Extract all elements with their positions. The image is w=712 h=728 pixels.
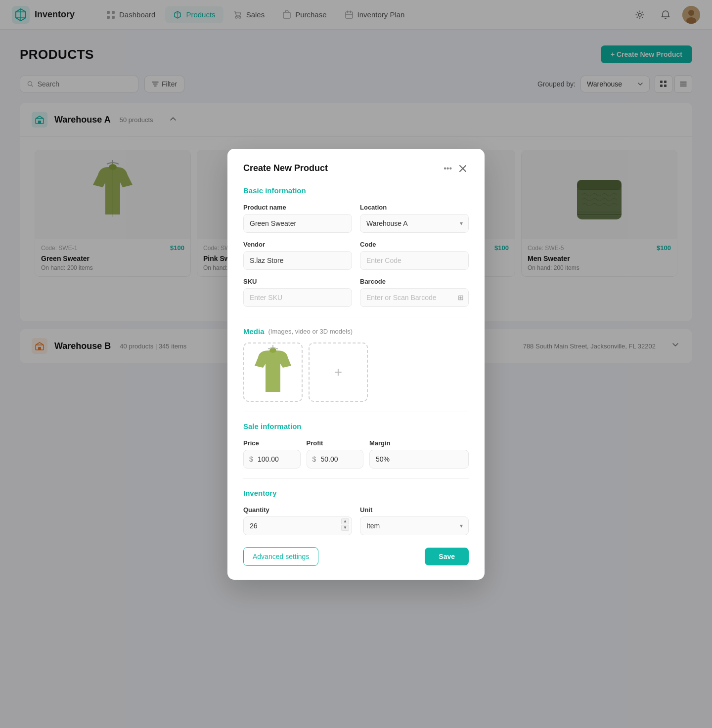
vendor-input[interactable] — [243, 251, 352, 270]
vendor-label: Vendor — [243, 241, 352, 248]
product-name-group: Product name — [243, 204, 352, 233]
modal-close-button[interactable] — [457, 163, 469, 174]
location-group: Location Warehouse A Warehouse B — [360, 204, 469, 233]
modal-header: Create New Product ••• — [243, 163, 469, 174]
divider-media — [243, 317, 469, 317]
code-group: Code — [360, 241, 469, 270]
vendor-group: Vendor — [243, 241, 352, 270]
sku-input[interactable] — [243, 288, 352, 307]
form-row-name-location: Product name Location Warehouse A Wareho… — [243, 204, 469, 233]
modal-header-actions: ••• — [444, 163, 469, 174]
basic-info-section-title: Basic information — [243, 186, 469, 195]
product-name-input[interactable] — [243, 214, 352, 233]
form-row-sku-barcode: SKU Barcode ⊞ — [243, 278, 469, 307]
media-grid: + — [243, 343, 469, 387]
location-select-wrapper: Warehouse A Warehouse B — [360, 214, 469, 233]
code-label: Code — [360, 241, 469, 248]
modal-title: Create New Product — [243, 163, 328, 173]
close-icon — [459, 165, 467, 172]
barcode-scan-icon: ⊞ — [458, 294, 464, 301]
media-subtitle: (Images, video or 3D models) — [268, 328, 353, 335]
media-title: Media — [243, 327, 265, 336]
plus-icon: + — [334, 364, 342, 380]
modal-more-button[interactable]: ••• — [444, 164, 452, 173]
code-input[interactable] — [360, 251, 469, 270]
location-label: Location — [360, 204, 469, 211]
sku-label: SKU — [243, 278, 352, 285]
barcode-input-wrapper: ⊞ — [360, 288, 469, 307]
media-add-button[interactable]: + — [309, 343, 368, 387]
media-preview-img — [251, 345, 295, 387]
form-row-vendor-code: Vendor Code — [243, 241, 469, 270]
create-product-modal: Create New Product ••• Basic information… — [227, 149, 485, 387]
modal-overlay[interactable]: Create New Product ••• Basic information… — [0, 0, 712, 387]
product-name-label: Product name — [243, 204, 352, 211]
media-header: Media (Images, video or 3D models) — [243, 327, 469, 336]
media-section: Media (Images, video or 3D models) + — [243, 327, 469, 387]
barcode-input[interactable] — [360, 288, 469, 307]
location-select[interactable]: Warehouse A Warehouse B — [360, 214, 469, 233]
media-item-1[interactable] — [243, 343, 303, 387]
barcode-group: Barcode ⊞ — [360, 278, 469, 307]
sku-group: SKU — [243, 278, 352, 307]
barcode-label: Barcode — [360, 278, 469, 285]
